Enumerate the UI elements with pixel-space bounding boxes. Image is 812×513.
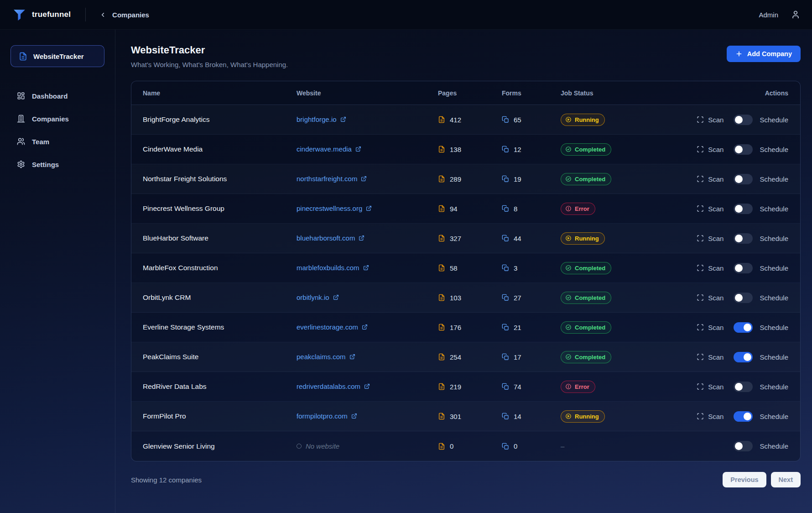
breadcrumb-label[interactable]: Companies bbox=[112, 11, 149, 19]
website-link[interactable]: brightforge.io bbox=[297, 115, 346, 123]
table-header-row: Name Website Pages Forms Job Status Acti… bbox=[131, 81, 800, 105]
website-url[interactable]: orbitlynk.io bbox=[297, 293, 329, 301]
website-link[interactable]: everlinestorage.com bbox=[297, 323, 368, 331]
external-link-icon bbox=[355, 146, 361, 152]
status-label: Completed bbox=[575, 265, 605, 272]
website-url[interactable]: blueharborsoft.com bbox=[297, 234, 355, 242]
scan-button[interactable]: Scan bbox=[697, 294, 724, 302]
website-link[interactable]: blueharborsoft.com bbox=[297, 234, 364, 242]
website-url[interactable]: everlinestorage.com bbox=[297, 323, 358, 331]
schedule-toggle[interactable] bbox=[734, 204, 753, 214]
add-company-button[interactable]: Add Company bbox=[727, 46, 801, 62]
website-link[interactable]: orbitlynk.io bbox=[297, 293, 339, 301]
scan-label: Scan bbox=[708, 413, 724, 420]
chevron-left-icon[interactable] bbox=[99, 11, 106, 18]
pages-count: 219 bbox=[450, 383, 461, 391]
table-row: BlueHarbor Software blueharborsoft.com 3… bbox=[131, 224, 800, 253]
status-icon bbox=[565, 146, 572, 152]
scan-frame-icon bbox=[697, 205, 704, 212]
user-icon[interactable] bbox=[791, 10, 800, 19]
website-url[interactable]: peakclaims.com bbox=[297, 353, 346, 361]
website-link[interactable]: cinderwave.media bbox=[297, 145, 361, 153]
website-url[interactable]: redriverdatalabs.com bbox=[297, 382, 360, 390]
next-button[interactable]: Next bbox=[771, 472, 801, 487]
toggle-knob bbox=[735, 442, 743, 450]
sidebar-item-websitetracker[interactable]: WebsiteTracker bbox=[10, 45, 104, 67]
scan-button[interactable]: Scan bbox=[697, 324, 724, 331]
schedule-toggle[interactable] bbox=[734, 382, 753, 392]
website-link[interactable]: formpilotpro.com bbox=[297, 412, 357, 420]
company-name: Everline Storage Systems bbox=[143, 323, 297, 331]
status-badge: Completed bbox=[561, 173, 611, 185]
scan-frame-icon bbox=[697, 353, 704, 361]
pages-file-icon bbox=[438, 264, 445, 272]
website-url[interactable]: marblefoxbuilds.com bbox=[297, 264, 359, 272]
header-right: Admin bbox=[759, 10, 800, 19]
page-title: WebsiteTracker bbox=[131, 44, 288, 56]
scan-button[interactable]: Scan bbox=[697, 413, 724, 420]
external-link-icon bbox=[340, 116, 346, 122]
website-url[interactable]: pinecrestwellness.org bbox=[297, 204, 362, 212]
scan-frame-icon bbox=[697, 175, 704, 183]
website-url[interactable]: formpilotpro.com bbox=[297, 412, 348, 420]
scan-button[interactable]: Scan bbox=[697, 175, 724, 183]
website-link[interactable]: peakclaims.com bbox=[297, 353, 355, 361]
schedule-toggle[interactable] bbox=[734, 174, 753, 184]
company-name: RedRiver Data Labs bbox=[143, 382, 297, 391]
pages-file-icon bbox=[438, 175, 445, 183]
schedule-toggle[interactable] bbox=[734, 411, 753, 422]
scan-label: Scan bbox=[708, 383, 724, 391]
schedule-toggle[interactable] bbox=[734, 441, 753, 451]
schedule-toggle[interactable] bbox=[734, 293, 753, 303]
website-link[interactable]: pinecrestwellness.org bbox=[297, 204, 372, 212]
toggle-knob bbox=[735, 383, 743, 391]
forms-count: 44 bbox=[514, 235, 521, 242]
schedule-toggle[interactable] bbox=[734, 115, 753, 125]
website-link[interactable]: northstarfreight.com bbox=[297, 175, 367, 183]
sidebar-item-dashboard[interactable]: Dashboard bbox=[10, 87, 104, 105]
website-url[interactable]: northstarfreight.com bbox=[297, 175, 357, 183]
status-badge: Error bbox=[561, 381, 595, 393]
table-body: BrightForge Analytics brightforge.io 412… bbox=[131, 105, 800, 461]
forms-count: 3 bbox=[514, 264, 517, 272]
schedule-toggle[interactable] bbox=[734, 352, 753, 362]
page-subtitle: What's Working, What's Broken, What's Ha… bbox=[131, 61, 288, 68]
header-divider bbox=[85, 8, 86, 21]
website-url[interactable]: cinderwave.media bbox=[297, 145, 352, 153]
schedule-toggle[interactable] bbox=[734, 233, 753, 244]
sidebar-item-settings[interactable]: Settings bbox=[10, 156, 104, 173]
scan-button[interactable]: Scan bbox=[697, 383, 724, 391]
scan-button[interactable]: Scan bbox=[697, 116, 724, 124]
external-link-icon bbox=[361, 176, 367, 182]
website-url[interactable]: brightforge.io bbox=[297, 115, 337, 123]
play-circle-icon bbox=[565, 116, 572, 123]
previous-button[interactable]: Previous bbox=[723, 472, 766, 487]
scan-button[interactable]: Scan bbox=[697, 264, 724, 272]
status-icon bbox=[565, 265, 572, 271]
table-row: FormPilot Pro formpilotpro.com 301 14 bbox=[131, 402, 800, 431]
schedule-toggle[interactable] bbox=[734, 322, 753, 333]
website-link[interactable]: redriverdatalabs.com bbox=[297, 382, 370, 390]
forms-copy-icon bbox=[502, 294, 509, 301]
schedule-toggle[interactable] bbox=[734, 144, 753, 155]
sidebar-item-team[interactable]: Team bbox=[10, 133, 104, 150]
pages-count: 254 bbox=[450, 353, 461, 361]
pages-count: 138 bbox=[450, 146, 461, 153]
schedule-label: Schedule bbox=[760, 294, 788, 302]
schedule-toggle[interactable] bbox=[734, 263, 753, 273]
toggle-knob bbox=[744, 413, 751, 420]
scan-button[interactable]: Scan bbox=[697, 235, 724, 242]
scan-button[interactable]: Scan bbox=[697, 205, 724, 213]
scan-button[interactable]: Scan bbox=[697, 146, 724, 153]
scan-button[interactable]: Scan bbox=[697, 353, 724, 361]
no-website-label: No website bbox=[306, 442, 339, 450]
forms-copy-icon bbox=[502, 413, 509, 420]
check-circle-icon bbox=[565, 294, 572, 301]
sidebar-item-label: Companies bbox=[32, 115, 69, 123]
website-link[interactable]: marblefoxbuilds.com bbox=[297, 264, 369, 272]
status-label: Completed bbox=[575, 294, 605, 301]
sidebar-item-label: Team bbox=[32, 138, 49, 146]
toggle-knob bbox=[735, 205, 743, 213]
sidebar-item-companies[interactable]: Companies bbox=[10, 110, 104, 127]
breadcrumb[interactable]: Companies bbox=[99, 11, 149, 19]
